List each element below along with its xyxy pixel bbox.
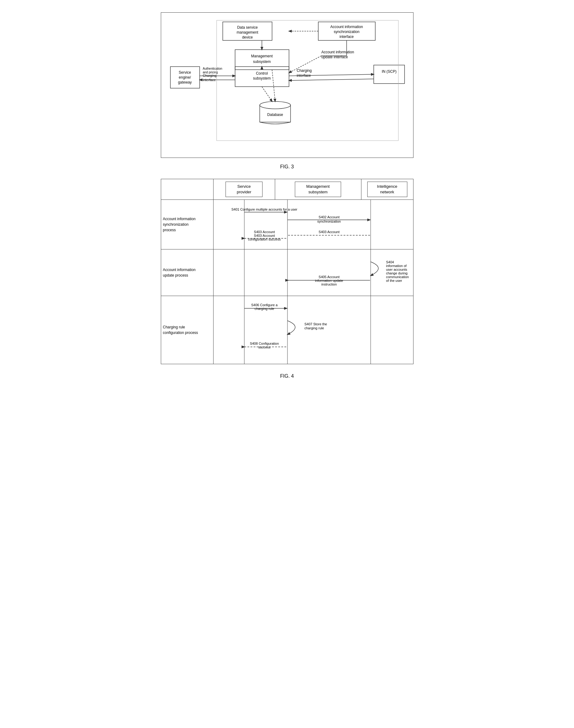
seq-section-2: Account informationupdate process S404 i…: [161, 250, 413, 296]
seq-header: Serviceprovider Managementsubsystem Inte…: [161, 179, 413, 200]
svg-text:information of: information of: [386, 264, 407, 268]
svg-text:instruction: instruction: [321, 282, 336, 286]
col0-header: [161, 179, 213, 199]
fig3-diagram: Data service management device Account i…: [167, 19, 408, 148]
sec2-content: S404 information of user accounts change…: [213, 250, 414, 296]
svg-text:engine/: engine/: [179, 75, 191, 80]
svg-text:S406 Configure a: S406 Configure a: [251, 303, 278, 307]
col1-header: Serviceprovider: [213, 179, 275, 199]
svg-text:S403 Account: S403 Account: [254, 230, 275, 234]
svg-text:charging rule: charging rule: [254, 307, 274, 310]
seq-section-1: Account informationsynchronizationproces…: [161, 200, 413, 250]
svg-text:Service: Service: [178, 70, 191, 75]
svg-line-41: [262, 87, 272, 102]
svg-text:Authentication: Authentication: [203, 67, 222, 70]
svg-text:device: device: [242, 35, 253, 39]
svg-text:interface: interface: [339, 35, 354, 39]
svg-rect-26: [374, 65, 405, 84]
sec1-label: Account informationsynchronizationproces…: [161, 200, 213, 249]
svg-text:of the user: of the user: [386, 279, 402, 282]
svg-text:Account information: Account information: [321, 50, 354, 54]
svg-text:gateway: gateway: [178, 80, 192, 84]
fig4-container: Serviceprovider Managementsubsystem Inte…: [161, 179, 413, 364]
svg-text:Account information: Account information: [330, 25, 363, 29]
col2-header: Managementsubsystem: [275, 179, 361, 199]
svg-text:IN (SCP): IN (SCP): [382, 69, 397, 74]
svg-text:Database: Database: [267, 113, 283, 117]
fig3-title: FIG. 3: [142, 164, 432, 169]
svg-text:success: success: [258, 345, 271, 349]
sec3-content: S406 Configure a charging rule S407 Stor…: [213, 296, 414, 364]
svg-text:and pricing: and pricing: [203, 71, 218, 74]
svg-text:Control: Control: [256, 71, 268, 76]
sec3-label: Charging ruleconfiguration process: [161, 296, 213, 364]
svg-text:user accounts: user accounts: [386, 268, 407, 271]
svg-line-42: [272, 70, 275, 102]
svg-text:Charging: Charging: [297, 69, 312, 73]
svg-text:communication: communication: [386, 275, 409, 279]
svg-text:update interface: update interface: [321, 55, 348, 59]
svg-text:charging rule: charging rule: [304, 326, 324, 330]
svg-text:configuration success: configuration success: [248, 237, 281, 241]
svg-text:S405 Account: S405 Account: [319, 275, 339, 279]
fig3-container: Data service management device Account i…: [161, 12, 413, 158]
management-subsystem-box: Managementsubsystem: [295, 182, 341, 197]
svg-point-29: [260, 102, 291, 109]
svg-text:S403 Account: S403 Account: [319, 230, 339, 234]
svg-text:Charging: Charging: [203, 74, 217, 77]
svg-text:Management: Management: [251, 54, 273, 58]
sec2-label: Account informationupdate process: [161, 250, 213, 296]
svg-text:subsystem: subsystem: [253, 76, 271, 80]
svg-text:S401 Configure multiple accoun: S401 Configure multiple accounts for a u…: [231, 207, 297, 211]
svg-line-38: [289, 79, 374, 80]
col3-header: Intelligencenetwork: [361, 179, 413, 199]
svg-text:S404: S404: [386, 260, 394, 264]
svg-text:S402 Account: S402 Account: [319, 215, 339, 219]
service-provider-box: Serviceprovider: [226, 182, 262, 197]
sec1-content: S401 Configure multiple accounts for a u…: [213, 200, 414, 249]
svg-text:S408 Configuration: S408 Configuration: [250, 342, 279, 345]
seq-section-3: Charging ruleconfiguration process S406 …: [161, 296, 413, 364]
svg-text:subsystem: subsystem: [253, 60, 271, 64]
svg-text:S407 Store the: S407 Store the: [304, 322, 327, 326]
fig4-title: FIG. 4: [142, 373, 432, 379]
svg-text:S403 Account: S403 Account: [254, 234, 275, 237]
svg-text:Data service: Data service: [237, 25, 257, 30]
svg-text:synchronization: synchronization: [317, 220, 340, 223]
svg-text:change during: change during: [386, 271, 408, 275]
svg-text:management: management: [236, 30, 258, 35]
intelligence-network-box: Intelligencenetwork: [367, 182, 407, 197]
svg-text:synchronization: synchronization: [334, 30, 359, 34]
svg-text:information update: information update: [315, 279, 343, 282]
